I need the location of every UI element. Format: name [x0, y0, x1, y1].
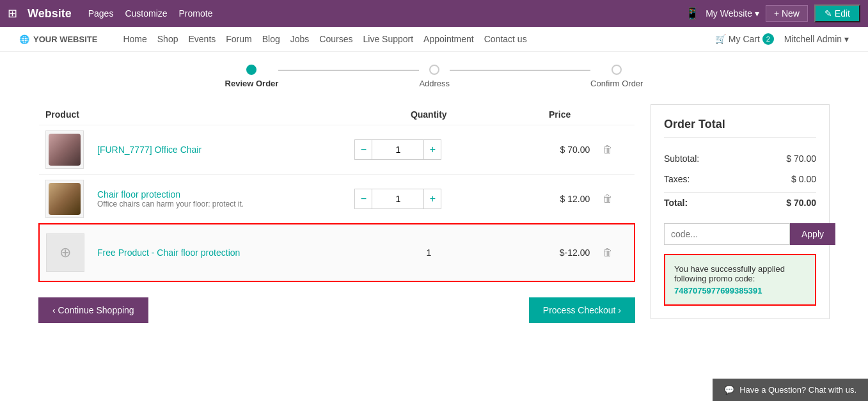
logo-text: YOUR WEBSITE: [33, 35, 97, 44]
cart-icon: 🛒: [715, 34, 726, 44]
delete-btn-free[interactable]: 🗑: [603, 247, 613, 258]
nav-contact[interactable]: Contact us: [484, 34, 527, 44]
subtotal-value: $ 70.00: [786, 153, 816, 164]
cart-table: Product Quantity Price [FURN_7777] Offic…: [38, 104, 635, 282]
new-button[interactable]: + New: [766, 5, 808, 22]
steps-bar: Review Order Address Confirm Order: [0, 52, 868, 98]
price-2: $ 12.00: [509, 175, 596, 224]
promo-row: Apply: [664, 223, 816, 245]
step-label-address: Address: [419, 79, 450, 88]
product-desc-2: Office chairs can harm your floor: prote…: [97, 200, 342, 208]
apply-button[interactable]: Apply: [790, 223, 835, 245]
qty-input-2[interactable]: [372, 189, 423, 209]
step-label-confirm: Confirm Order: [590, 79, 643, 88]
admin-nav: Pages Customize Promote: [88, 8, 213, 19]
total-row: Total: $ 70.00: [664, 192, 816, 213]
col-product: Product: [39, 104, 348, 125]
nav-home[interactable]: Home: [123, 34, 146, 44]
nav-appointment[interactable]: Appointment: [423, 34, 474, 44]
total-value: $ 70.00: [786, 198, 816, 208]
nav-events[interactable]: Events: [188, 34, 216, 44]
table-row: Chair floor protection Office chairs can…: [39, 175, 635, 224]
main-content: Product Quantity Price [FURN_7777] Offic…: [0, 98, 868, 342]
admin-bar: ⊞ Website Pages Customize Promote 📱 My W…: [0, 0, 868, 27]
promo-success-text: You have successfully applied following …: [674, 264, 785, 283]
process-checkout-button[interactable]: Process Checkout ›: [529, 297, 635, 323]
price-1: $ 70.00: [509, 125, 596, 175]
step-confirm-order: Confirm Order: [590, 65, 643, 88]
col-price: Price: [509, 104, 596, 125]
qty-increase-2[interactable]: +: [423, 189, 441, 209]
promote-link[interactable]: Promote: [179, 8, 213, 19]
logo-globe: 🌐: [19, 35, 29, 44]
cart-label: My Cart: [729, 34, 760, 44]
qty-increase-1[interactable]: +: [423, 139, 441, 160]
user-link[interactable]: Mitchell Admin ▾: [784, 34, 849, 44]
order-total-title: Order Total: [664, 118, 816, 138]
step-connector-2: [450, 70, 590, 71]
free-product-price: $-12.00: [509, 224, 596, 281]
step-address: Address: [419, 65, 450, 88]
order-total-section: Order Total Subtotal: $ 70.00 Taxes: $ 0…: [651, 104, 830, 319]
nav-blog[interactable]: Blog: [262, 34, 280, 44]
step-dot-review: [246, 65, 256, 75]
subtotal-label: Subtotal:: [664, 153, 699, 164]
step-dot-address: [429, 65, 439, 75]
taxes-label: Taxes:: [664, 174, 690, 184]
nav-live-support[interactable]: Live Support: [363, 34, 413, 44]
total-label: Total:: [664, 198, 688, 208]
qty-input-1[interactable]: [372, 139, 423, 160]
nav-jobs[interactable]: Jobs: [290, 34, 310, 44]
pages-link[interactable]: Pages: [88, 8, 114, 19]
nav-courses[interactable]: Courses: [319, 34, 352, 44]
subtotal-row: Subtotal: $ 70.00: [664, 148, 816, 169]
col-quantity: Quantity: [348, 104, 509, 125]
taxes-row: Taxes: $ 0.00: [664, 169, 816, 189]
step-review-order: Review Order: [225, 65, 279, 88]
table-row: [FURN_7777] Office Chair − + $ 70.00 🗑: [39, 125, 635, 175]
promo-input[interactable]: [664, 223, 790, 245]
qty-decrease-1[interactable]: −: [354, 139, 372, 160]
nav-shop[interactable]: Shop: [157, 34, 178, 44]
product-image-1: [45, 130, 84, 169]
step-dot-confirm: [612, 65, 622, 75]
delete-btn-1[interactable]: 🗑: [603, 144, 613, 155]
delete-btn-2[interactable]: 🗑: [603, 193, 613, 205]
free-product-qty: 1: [348, 224, 509, 281]
cart-actions: ‹ Continue Shopping Process Checkout ›: [38, 297, 635, 323]
promo-code: 7487075977699385391: [674, 286, 806, 295]
grid-icon: ⊞: [8, 6, 17, 20]
mobile-icon[interactable]: 📱: [685, 6, 699, 20]
logo: 🌐 YOUR WEBSITE: [19, 35, 97, 44]
product-name-2[interactable]: Chair floor protection: [97, 189, 342, 200]
promo-success-message: You have successfully applied following …: [664, 254, 816, 306]
qty-control-2: − +: [354, 189, 503, 209]
step-connector-1: [278, 70, 419, 71]
my-website-btn[interactable]: My Website ▾: [706, 8, 759, 19]
free-product-name[interactable]: Free Product - Chair floor protection: [97, 248, 342, 258]
cart-link[interactable]: 🛒 My Cart 2: [715, 33, 774, 45]
product-name-1[interactable]: [FURN_7777] Office Chair: [97, 145, 342, 155]
qty-decrease-2[interactable]: −: [354, 189, 372, 209]
free-product-image: ⊕: [46, 233, 84, 272]
nav-links: Home Shop Events Forum Blog Jobs Courses…: [123, 34, 702, 44]
cart-badge: 2: [762, 33, 774, 45]
cart-section: Product Quantity Price [FURN_7777] Offic…: [38, 104, 635, 323]
taxes-value: $ 0.00: [791, 174, 816, 184]
camera-plus-icon: ⊕: [59, 244, 71, 261]
qty-control-1: − +: [354, 139, 503, 160]
right-nav: 🛒 My Cart 2 Mitchell Admin ▾: [715, 33, 849, 45]
edit-button[interactable]: ✎ Edit: [814, 4, 860, 22]
site-name: Website: [28, 7, 72, 20]
continue-shopping-button[interactable]: ‹ Continue Shopping: [38, 297, 148, 323]
free-product-row: ⊕ Free Product - Chair floor protection …: [39, 224, 635, 281]
product-image-2: [45, 180, 84, 218]
step-label-review: Review Order: [225, 79, 279, 88]
customize-link[interactable]: Customize: [125, 8, 167, 19]
nav-bar: 🌐 YOUR WEBSITE Home Shop Events Forum Bl…: [0, 27, 868, 52]
nav-forum[interactable]: Forum: [226, 34, 251, 44]
